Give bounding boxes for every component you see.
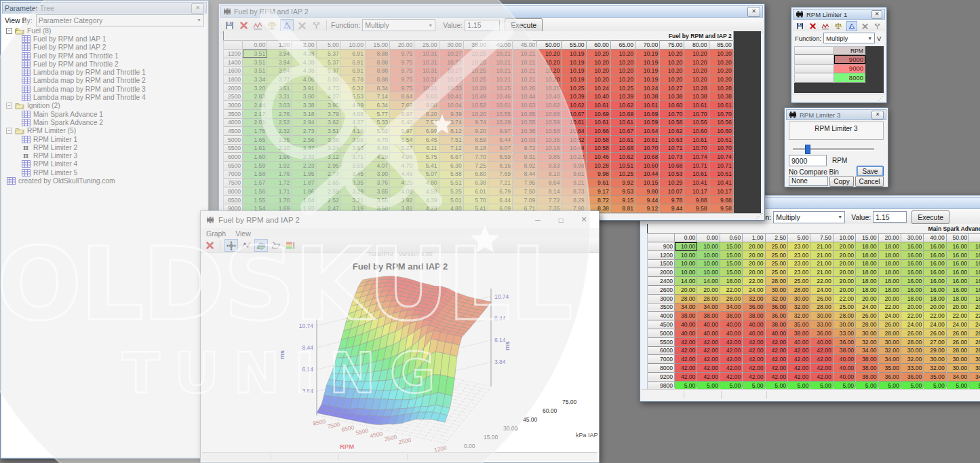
table-cell[interactable]: 10.21 bbox=[488, 75, 512, 84]
table-cell[interactable]: 20.00 bbox=[833, 242, 855, 251]
table-cell[interactable]: 10.74 bbox=[709, 153, 733, 162]
table-cell[interactable]: 10.67 bbox=[562, 109, 586, 118]
table-cell[interactable]: 10.20 bbox=[586, 75, 610, 84]
col-header[interactable]: 0.60 bbox=[720, 234, 742, 242]
row-header[interactable]: 4500 bbox=[648, 320, 675, 329]
table-cell[interactable]: 7.69 bbox=[488, 170, 512, 179]
col-header[interactable]: 80.00 bbox=[684, 41, 709, 50]
col-header[interactable]: 1.00 bbox=[743, 234, 765, 242]
table-cell[interactable]: 10.61 bbox=[586, 101, 610, 110]
table-cell[interactable]: 9.86 bbox=[537, 153, 562, 162]
table-cell[interactable]: 20.00 bbox=[743, 251, 765, 259]
table-cell[interactable]: 16.00 bbox=[946, 242, 968, 251]
table-cell[interactable]: 30.00 bbox=[787, 294, 810, 303]
save-icon[interactable] bbox=[796, 21, 805, 31]
table-cell[interactable]: 3.34 bbox=[243, 75, 267, 84]
table-cell[interactable]: 10.65 bbox=[513, 109, 537, 118]
table-cell[interactable]: 15.00 bbox=[720, 251, 742, 259]
table-cell[interactable]: 10.74 bbox=[684, 153, 709, 162]
table-cell[interactable]: 18.00 bbox=[924, 294, 946, 303]
table-cell[interactable]: 20.00 bbox=[901, 303, 923, 312]
table-cell[interactable]: 22.00 bbox=[743, 277, 765, 286]
table-cell[interactable]: 10.20 bbox=[684, 58, 709, 67]
table-cell[interactable]: 6.99 bbox=[414, 127, 439, 136]
table-cell[interactable]: 8000 bbox=[834, 73, 865, 83]
table-cell[interactable]: 20.00 bbox=[878, 294, 901, 303]
table-cell[interactable]: 23.00 bbox=[787, 251, 810, 259]
table-cell[interactable]: 15.00 bbox=[720, 268, 742, 277]
table-cell[interactable]: 3.77 bbox=[267, 75, 292, 84]
table-cell[interactable]: 1.60 bbox=[243, 153, 267, 162]
resize-grip[interactable]: ⋰ bbox=[878, 95, 884, 102]
table-cell[interactable]: 10.44 bbox=[513, 92, 537, 101]
table-cell[interactable]: 33.00 bbox=[810, 320, 833, 329]
surface-chart[interactable]: TunerPro - Version 5.00Fuel by RPM and I… bbox=[201, 211, 600, 463]
trace-icon[interactable] bbox=[252, 20, 264, 31]
close-icon[interactable]: ✕ bbox=[871, 10, 882, 19]
table-cell[interactable]: 2.10 bbox=[267, 144, 292, 153]
table-cell[interactable]: 10.21 bbox=[513, 58, 537, 67]
table-cell[interactable]: 10.21 bbox=[513, 50, 537, 58]
table-cell[interactable]: 32.00 bbox=[787, 303, 810, 312]
table-cell[interactable]: 10.67 bbox=[610, 127, 635, 136]
table-cell[interactable]: 10.25 bbox=[537, 84, 562, 92]
table-cell[interactable]: 5.54 bbox=[390, 135, 414, 144]
table-cell[interactable]: 38.00 bbox=[833, 346, 855, 355]
row-header[interactable] bbox=[795, 73, 834, 83]
table-cell[interactable]: 5.70 bbox=[463, 196, 488, 204]
table-cell[interactable]: 4.46 bbox=[390, 170, 414, 179]
table-cell[interactable]: 42.00 bbox=[765, 355, 787, 364]
table-cell[interactable]: 6.91 bbox=[340, 50, 365, 58]
row-header[interactable]: 1600 bbox=[224, 67, 243, 75]
view-3d-icon[interactable]: A bbox=[846, 20, 857, 31]
table-cell[interactable]: 15.00 bbox=[720, 259, 742, 268]
table-cell[interactable]: 10.62 bbox=[537, 101, 562, 110]
table-cell[interactable]: 3.95 bbox=[316, 101, 340, 110]
table-cell[interactable]: 8.92 bbox=[513, 161, 537, 170]
table-cell[interactable]: 42.00 bbox=[720, 337, 742, 346]
table-cell[interactable]: 7.50 bbox=[513, 187, 537, 196]
table-cell[interactable]: 10.41 bbox=[709, 179, 733, 187]
table-cell[interactable]: 24.00 bbox=[946, 320, 968, 329]
table-cell[interactable]: 42.00 bbox=[675, 355, 697, 364]
table-cell[interactable]: 10.46 bbox=[586, 153, 610, 162]
table-cell[interactable]: 10.71 bbox=[709, 161, 733, 170]
table-cell[interactable]: 42.00 bbox=[697, 372, 720, 381]
table-cell[interactable]: 10.28 bbox=[684, 84, 709, 92]
table-cell[interactable]: 9.58 bbox=[709, 204, 733, 213]
table-cell[interactable]: 28.00 bbox=[833, 312, 855, 320]
table-cell[interactable]: 10.19 bbox=[562, 75, 586, 84]
table-cell[interactable]: 5.02 bbox=[365, 127, 389, 136]
table-cell[interactable]: 8.18 bbox=[463, 144, 488, 153]
table-cell[interactable]: 10.61 bbox=[635, 135, 660, 144]
col-header[interactable]: 50.00 bbox=[537, 41, 562, 50]
table-cell[interactable]: 2.32 bbox=[267, 127, 292, 136]
table-cell[interactable]: 28.00 bbox=[901, 337, 923, 346]
table-cell[interactable]: 42.00 bbox=[810, 372, 833, 381]
table-cell[interactable]: 22.00 bbox=[878, 303, 901, 312]
table-cell[interactable]: 1.92 bbox=[267, 161, 292, 170]
table-cell[interactable]: 9.44 bbox=[488, 135, 512, 144]
col-header[interactable]: 75.00 bbox=[660, 41, 684, 50]
tree-item[interactable]: created by OldSkullTuning.com bbox=[2, 177, 207, 185]
table-cell[interactable]: 16.00 bbox=[901, 259, 923, 268]
table-cell[interactable]: 5.07 bbox=[414, 170, 439, 179]
table-cell[interactable]: 4.49 bbox=[365, 144, 389, 153]
table-cell[interactable]: 5.37 bbox=[316, 67, 340, 75]
table-cell[interactable]: 4.29 bbox=[365, 153, 389, 162]
table-cell[interactable]: 1.86 bbox=[292, 187, 316, 196]
table-cell[interactable]: 4.38 bbox=[292, 50, 316, 58]
table-cell[interactable]: 9.61 bbox=[586, 179, 610, 187]
table-cell[interactable]: 7.69 bbox=[390, 101, 414, 110]
table-cell[interactable]: 18.00 bbox=[878, 268, 901, 277]
col-header[interactable]: 0.00 bbox=[675, 234, 697, 242]
table-cell[interactable]: 5.41 bbox=[414, 161, 439, 170]
row-header[interactable]: 5000 bbox=[224, 135, 243, 144]
table-cell[interactable]: 16.00 bbox=[946, 268, 968, 277]
table-cell[interactable]: 24.00 bbox=[969, 320, 980, 329]
table-cell[interactable]: 8.72 bbox=[586, 196, 610, 204]
tree-item[interactable]: RPM Limiter 4 bbox=[2, 160, 207, 168]
table-cell[interactable]: 3.21 bbox=[340, 196, 365, 204]
table-cell[interactable]: 16.00 bbox=[946, 277, 968, 286]
table-cell[interactable]: 38.00 bbox=[675, 312, 697, 320]
